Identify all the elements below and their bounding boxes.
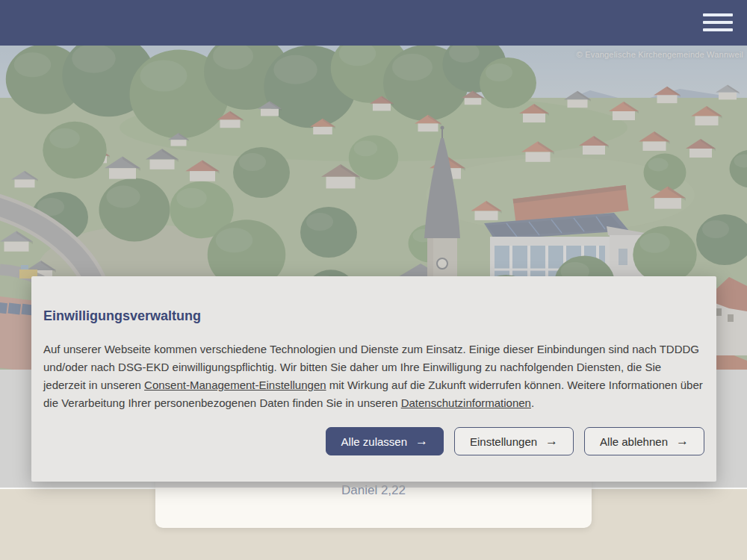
deny-all-label: Alle ablehnen xyxy=(600,435,668,448)
settings-button[interactable]: Einstellungen → xyxy=(454,427,574,455)
hamburger-icon xyxy=(703,13,733,31)
dialog-title: Einwilligungsverwaltung xyxy=(43,308,704,324)
settings-label: Einstellungen xyxy=(470,435,537,448)
dialog-body: Auf unserer Webseite kommen verschiedene… xyxy=(43,340,704,412)
consent-management-link[interactable]: Consent-Management-Einstellungen xyxy=(144,379,326,391)
allow-all-button[interactable]: Alle zulassen → xyxy=(326,427,444,455)
app-header xyxy=(0,0,747,46)
dialog-buttons: Alle zulassen → Einstellungen → Alle abl… xyxy=(43,427,704,455)
deny-all-button[interactable]: Alle ablehnen → xyxy=(584,427,704,455)
body-text-3: . xyxy=(531,396,534,409)
arrow-right-icon: → xyxy=(676,435,689,447)
arrow-right-icon: → xyxy=(415,435,428,447)
page: © Evangelische Kirchengemeinde Wannweil … xyxy=(0,0,747,560)
arrow-right-icon: → xyxy=(545,435,558,447)
menu-button[interactable] xyxy=(703,11,733,34)
privacy-info-link[interactable]: Datenschutzinformationen xyxy=(401,396,531,409)
allow-all-label: Alle zulassen xyxy=(341,435,407,448)
consent-dialog: Einwilligungsverwaltung Auf unserer Webs… xyxy=(31,276,716,482)
